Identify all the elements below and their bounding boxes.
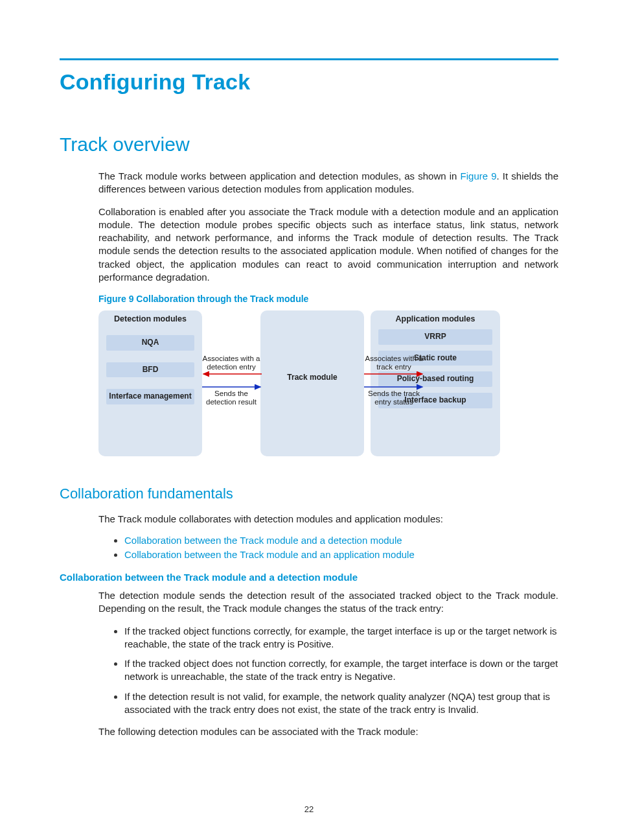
application-title: Application modules <box>371 310 500 323</box>
heading-fundamentals: Collaboration fundamentals <box>60 485 558 502</box>
figure-9-link[interactable]: Figure 9 <box>461 170 497 181</box>
page-number: 22 <box>0 804 618 814</box>
track-module-label: Track module <box>260 373 364 382</box>
page: Configuring Track Track overview The Tra… <box>0 0 618 840</box>
overview-p1-prefix: The Track module works between applicati… <box>98 170 461 181</box>
detection-panel: Detection modules NQA BFD Interface mana… <box>98 310 202 456</box>
top-rule <box>60 58 558 60</box>
list-item: Collaboration between the Track module a… <box>124 549 558 560</box>
detection-outro: The following detection modules can be a… <box>98 725 558 738</box>
figure-9-diagram: Detection modules NQA BFD Interface mana… <box>98 310 558 466</box>
application-panel: Application modules VRRP Static route Po… <box>371 310 500 456</box>
detection-chip-ifm: Interface management <box>106 389 194 404</box>
fundamentals-link-2[interactable]: Collaboration between the Track module a… <box>124 549 415 560</box>
fundamentals-link-1[interactable]: Collaboration between the Track module a… <box>124 535 402 546</box>
figure-caption: Figure 9 Collaboration through the Track… <box>98 293 558 305</box>
heading-h1: Configuring Track <box>60 69 558 95</box>
label-assoc-track: Associates with a track entry <box>361 355 426 371</box>
fundamentals-link-list: Collaboration between the Track module a… <box>60 535 558 560</box>
detection-outro-wrap: The following detection modules can be a… <box>98 725 558 738</box>
overview-body: The Track module works between applicati… <box>98 170 558 305</box>
list-item: If the tracked object functions correctl… <box>124 625 558 651</box>
list-item: If the detection result is not valid, fo… <box>124 690 558 717</box>
label-assoc-detection: Associates with a detection entry <box>199 355 264 371</box>
heading-overview: Track overview <box>60 134 558 156</box>
detection-chip-bfd: BFD <box>106 362 194 378</box>
detection-intro-wrap: The detection module sends the detection… <box>98 589 558 616</box>
list-item: Collaboration between the Track module a… <box>124 535 558 546</box>
track-panel: Track module <box>260 310 364 456</box>
detection-chip-nqa: NQA <box>106 335 194 351</box>
label-sends-detection: Sends the detection result <box>199 390 264 406</box>
detection-intro: The detection module sends the detection… <box>98 589 558 616</box>
fundamentals-body: The Track module collaborates with detec… <box>98 513 558 526</box>
app-chip-pbr: Policy-based routing <box>378 371 492 387</box>
detection-title: Detection modules <box>98 310 202 323</box>
fundamentals-intro: The Track module collaborates with detec… <box>98 513 558 526</box>
list-item: If the tracked object does not function … <box>124 657 558 684</box>
label-sends-track: Sends the track entry status <box>361 390 426 406</box>
detection-bullets: If the tracked object functions correctl… <box>60 625 558 717</box>
heading-detection-collab: Collaboration between the Track module a… <box>60 572 558 583</box>
app-chip-vrrp: VRRP <box>378 329 492 345</box>
overview-p1: The Track module works between applicati… <box>98 170 558 196</box>
overview-p2: Collaboration is enabled after you assoc… <box>98 205 558 285</box>
